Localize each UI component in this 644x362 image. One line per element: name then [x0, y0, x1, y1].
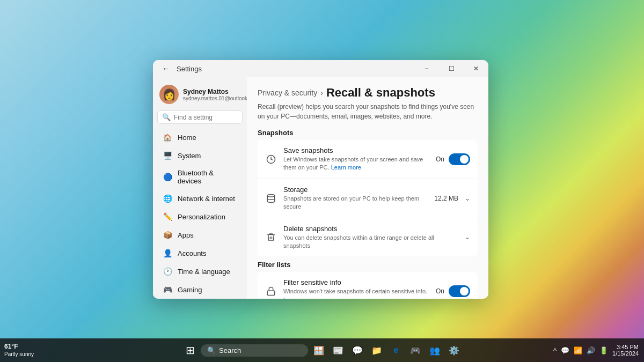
save-snapshots-toggle[interactable]: [449, 153, 470, 165]
title-bar-left: ← Settings: [159, 62, 202, 75]
content-area: 👩 Sydney Mattos sydney.mattos.01@outlook…: [153, 77, 488, 299]
weather-widget: 61°F Partly sunny: [4, 343, 34, 358]
storage-title: Storage: [283, 186, 428, 194]
sidebar-item-apps[interactable]: 📦 Apps: [156, 226, 244, 243]
save-snapshots-action: On: [436, 153, 470, 165]
user-info: Sydney Mattos sydney.mattos.01@outlook.c…: [183, 88, 247, 101]
svg-rect-2: [267, 291, 275, 295]
taskbar: 61°F Partly sunny ⊞ 🔍 Search 🪟 📰 💬 📁 e 🎮…: [0, 338, 644, 362]
page-description: Recall (preview) helps you search your s…: [258, 102, 478, 121]
sidebar-item-time[interactable]: 🕐 Time & language: [156, 263, 244, 280]
system-icon: 🖥️: [163, 151, 172, 160]
filter-sensitive-status: On: [436, 287, 444, 295]
snapshots-section-label: Snapshots: [258, 129, 478, 137]
delete-snapshots-title: Delete snapshots: [283, 225, 458, 233]
widgets-button[interactable]: 📰: [330, 342, 347, 359]
delete-snapshots-desc: You can delete snapshots within a time r…: [283, 234, 458, 250]
delete-snapshots-text: Delete snapshots You can delete snapshot…: [283, 225, 458, 250]
search-icon: 🔍: [162, 113, 171, 121]
task-view-button[interactable]: 🪟: [310, 342, 327, 359]
delete-snapshots-icon: [265, 231, 277, 243]
wifi-icon[interactable]: 📶: [573, 345, 583, 356]
filter-sensitive-row[interactable]: Filter sensitive info Windows won't take…: [258, 272, 478, 299]
sidebar-item-bluetooth[interactable]: 🔵 Bluetooth & devices: [156, 165, 244, 189]
tray-expand-icon[interactable]: ^: [552, 345, 558, 356]
personalization-icon: ✏️: [163, 212, 172, 221]
taskbar-right: ^ 💬 📶 🔊 🔋 3:45 PM1/15/2024: [552, 343, 640, 358]
breadcrumb: Privacy & security › Recall & snapshots: [258, 86, 478, 100]
filter-sensitive-text: Filter sensitive info Windows won't take…: [283, 278, 429, 299]
delete-snapshots-action: ⌄: [465, 233, 470, 241]
storage-size: 12.2 MB: [434, 195, 458, 202]
save-snapshots-link[interactable]: Learn more: [331, 164, 361, 171]
search-input[interactable]: [174, 114, 247, 121]
user-section: 👩 Sydney Mattos sydney.mattos.01@outlook…: [153, 82, 247, 110]
filter-lists-card: Filter sensitive info Windows won't take…: [258, 272, 478, 299]
sidebar-item-network[interactable]: 🌐 Network & internet: [156, 190, 244, 207]
filter-sensitive-toggle[interactable]: [449, 285, 470, 297]
volume-icon[interactable]: 🔊: [586, 345, 596, 356]
sidebar-label-gaming: Gaming: [178, 286, 202, 294]
save-snapshots-icon: [265, 153, 277, 165]
sidebar-item-system[interactable]: 🖥️ System: [156, 147, 244, 164]
battery-icon[interactable]: 🔋: [598, 345, 609, 356]
delete-snapshots-row[interactable]: Delete snapshots You can delete snapshot…: [258, 218, 478, 257]
sidebar-item-personalization[interactable]: ✏️ Personalization: [156, 208, 244, 225]
storage-desc: Snapshots are stored on your PC to help …: [283, 195, 428, 211]
search-box[interactable]: 🔍: [157, 110, 243, 124]
sidebar-label-time: Time & language: [178, 268, 230, 276]
edge-button[interactable]: e: [387, 342, 405, 359]
save-snapshots-row[interactable]: Save snapshots Let Windows take snapshot…: [258, 140, 478, 179]
settings-window: ← Settings − ☐ ✕ 👩 Sydney Mattos sydney.…: [153, 60, 488, 299]
apps-icon: 📦: [163, 230, 172, 240]
taskbar-left: 61°F Partly sunny: [4, 343, 34, 358]
teams-button[interactable]: 👥: [426, 342, 443, 359]
start-button[interactable]: ⊞: [181, 342, 199, 359]
breadcrumb-parent[interactable]: Privacy & security: [258, 88, 317, 97]
sidebar-item-gaming[interactable]: 🎮 Gaming: [156, 281, 244, 298]
taskbar-search[interactable]: 🔍 Search: [201, 344, 308, 357]
filter-sensitive-title: Filter sensitive info: [283, 278, 429, 286]
network-icon: 🌐: [163, 194, 172, 203]
save-snapshots-text: Save snapshots Let Windows take snapshot…: [283, 146, 429, 172]
clock[interactable]: 3:45 PM1/15/2024: [611, 343, 640, 358]
storage-chevron: ⌄: [465, 195, 470, 202]
delete-snapshots-chevron: ⌄: [465, 233, 470, 241]
sidebar: 👩 Sydney Mattos sydney.mattos.01@outlook…: [153, 77, 247, 299]
storage-icon: [265, 193, 277, 204]
filter-sensitive-desc: Windows won't take snapshots of certain …: [283, 287, 429, 299]
gaming-icon: 🎮: [163, 285, 172, 294]
minimize-button[interactable]: −: [414, 60, 439, 77]
accounts-icon: 👤: [163, 248, 172, 258]
copilot-button[interactable]: 💬: [349, 342, 366, 359]
file-explorer-button[interactable]: 📁: [368, 342, 385, 359]
main-content: Privacy & security › Recall & snapshots …: [247, 77, 488, 299]
home-icon: 🏠: [163, 132, 172, 142]
save-snapshots-title: Save snapshots: [283, 146, 429, 154]
sidebar-item-home[interactable]: 🏠 Home: [156, 129, 244, 146]
weather-temp: 61°F: [4, 343, 34, 351]
sidebar-label-home: Home: [178, 134, 196, 142]
storage-row[interactable]: Storage Snapshots are stored on your PC …: [258, 179, 478, 218]
sidebar-label-bluetooth: Bluetooth & devices: [178, 169, 237, 185]
breadcrumb-current: Recall & snapshots: [326, 86, 435, 100]
user-email: sydney.mattos.01@outlook.com: [183, 95, 247, 101]
weather-condition: Partly sunny: [4, 351, 34, 358]
close-button[interactable]: ✕: [464, 60, 488, 77]
filter-sensitive-link[interactable]: Learn more: [283, 297, 313, 299]
maximize-button[interactable]: ☐: [439, 60, 464, 77]
storage-action: 12.2 MB ⌄: [434, 195, 470, 202]
xbox-button[interactable]: 🎮: [407, 342, 424, 359]
taskbar-search-text: Search: [219, 346, 241, 354]
back-button[interactable]: ←: [159, 62, 172, 75]
sidebar-label-apps: Apps: [178, 231, 194, 239]
notification-icon[interactable]: 💬: [560, 345, 570, 356]
avatar[interactable]: 👩: [159, 85, 179, 104]
title-bar: ← Settings − ☐ ✕: [153, 60, 488, 77]
bluetooth-icon: 🔵: [163, 172, 172, 182]
sidebar-item-accounts[interactable]: 👤 Accounts: [156, 245, 244, 262]
svg-point-1: [267, 194, 275, 197]
sidebar-label-system: System: [178, 152, 201, 160]
sidebar-label-network: Network & internet: [178, 195, 235, 203]
settings-button[interactable]: ⚙️: [445, 342, 463, 359]
